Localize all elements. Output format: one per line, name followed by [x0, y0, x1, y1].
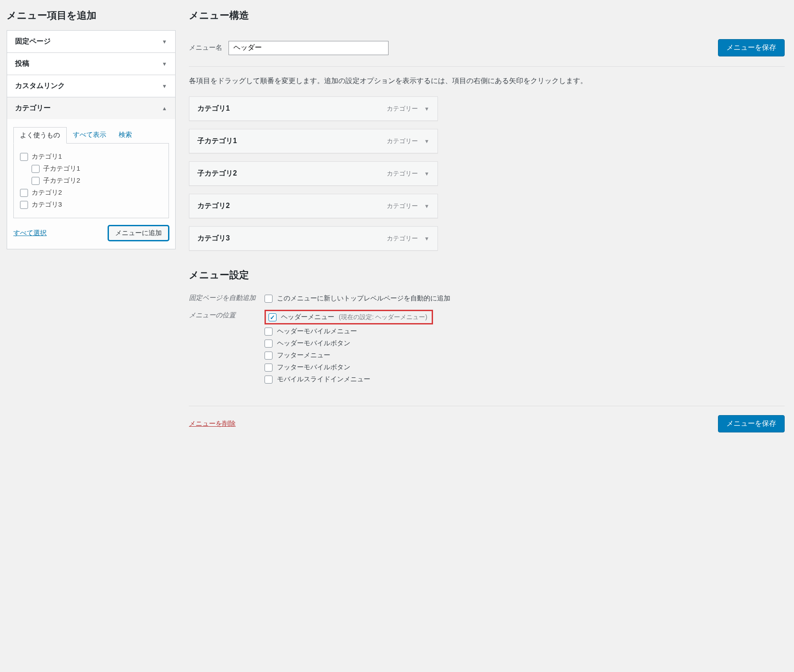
- menu-item[interactable]: カテゴリ3カテゴリー▼: [189, 226, 438, 251]
- menu-location-note: (現在の設定: ヘッダーメニュー): [339, 313, 427, 321]
- category-checklist-label: カテゴリ1: [32, 152, 62, 161]
- add-to-menu-button[interactable]: メニューに追加: [108, 225, 169, 241]
- menu-item-title: カテゴリ1: [197, 104, 230, 113]
- menu-location-label-text: ヘッダーモバイルボタン: [277, 339, 350, 348]
- metabox-custom-links-label: カスタムリンク: [15, 81, 65, 91]
- menu-item-type-wrap: カテゴリー▼: [387, 170, 429, 178]
- metabox-custom-links-header[interactable]: カスタムリンク ▼: [7, 75, 175, 97]
- menu-item-title: カテゴリ2: [197, 201, 230, 211]
- metabox-holder: 固定ページ ▼ 投稿 ▼ カスタムリンク ▼ カテゴリー ▲: [7, 30, 176, 249]
- category-checkbox[interactable]: [32, 165, 40, 173]
- menu-item[interactable]: 子カテゴリ1カテゴリー▼: [189, 129, 438, 153]
- category-tabpanel: カテゴリ1子カテゴリ1子カテゴリ2カテゴリ2カテゴリ3: [13, 143, 169, 218]
- menu-item-type: カテゴリー: [387, 137, 418, 145]
- category-checklist-item: 子カテゴリ1: [20, 163, 162, 175]
- drag-help-text: 各項目をドラッグして順番を変更します。追加の設定オプションを表示するには、項目の…: [189, 67, 785, 96]
- add-menu-items-title: メニュー項目を追加: [7, 9, 176, 22]
- metabox-posts: 投稿 ▼: [7, 53, 175, 75]
- menu-location-checkbox[interactable]: [265, 340, 273, 348]
- metabox-posts-header[interactable]: 投稿 ▼: [7, 53, 175, 75]
- menu-location-label-text: フッターメニュー: [277, 351, 330, 360]
- menu-location-checkbox[interactable]: [265, 376, 273, 384]
- menu-item-type: カテゴリー: [387, 202, 418, 210]
- menu-item[interactable]: カテゴリ2カテゴリー▼: [189, 194, 438, 218]
- menu-location-option: ヘッダーメニュー (現在の設定: ヘッダーメニュー): [265, 310, 785, 325]
- menu-item-type: カテゴリー: [387, 170, 418, 178]
- chevron-down-icon: ▼: [162, 83, 167, 89]
- menu-item-title: 子カテゴリ2: [197, 169, 237, 178]
- menu-location-option: フッターモバイルボタン: [265, 361, 785, 373]
- metabox-custom-links: カスタムリンク ▼: [7, 75, 175, 97]
- save-menu-button-top[interactable]: メニューを保存: [718, 39, 785, 56]
- metabox-categories: カテゴリー ▲ よく使うもの すべて表示 検索 カテゴリ1子カテゴリ1子カテゴリ…: [7, 97, 175, 249]
- metabox-pages: 固定ページ ▼: [7, 31, 175, 53]
- auto-add-row: 固定ページを自動追加 このメニューに新しいトップレベルページを自動的に追加: [189, 290, 785, 307]
- category-checkbox[interactable]: [20, 201, 28, 209]
- chevron-down-icon[interactable]: ▼: [424, 106, 429, 112]
- category-checklist-item: カテゴリ2: [20, 187, 162, 199]
- menu-location-option: ヘッダーモバイルボタン: [265, 337, 785, 349]
- metabox-pages-header[interactable]: 固定ページ ▼: [7, 31, 175, 52]
- menu-location-label-text: ヘッダーモバイルメニュー: [277, 327, 357, 336]
- save-menu-button-bottom[interactable]: メニューを保存: [718, 415, 785, 432]
- menu-location-checkbox[interactable]: [265, 328, 273, 336]
- category-checkbox[interactable]: [20, 153, 28, 161]
- tab-search[interactable]: 検索: [112, 127, 138, 144]
- menu-item[interactable]: カテゴリ1カテゴリー▼: [189, 96, 438, 121]
- menu-location-option: フッターメニュー: [265, 349, 785, 361]
- select-all-link[interactable]: すべて選択: [13, 229, 47, 237]
- category-checklist-item: 子カテゴリ2: [20, 175, 162, 187]
- category-checklist-label: カテゴリ3: [32, 200, 62, 209]
- menu-location-checkbox[interactable]: [265, 352, 273, 360]
- delete-menu-link[interactable]: メニューを削除: [189, 420, 236, 428]
- auto-add-label: 固定ページを自動追加: [189, 292, 256, 303]
- menu-location-label-text: フッターモバイルボタン: [277, 363, 350, 372]
- menu-item-type: カテゴリー: [387, 105, 418, 113]
- menu-item-type-wrap: カテゴリー▼: [387, 105, 429, 113]
- bottom-bar: メニューを削除 メニューを保存: [189, 406, 785, 432]
- category-tabs: よく使うもの すべて表示 検索: [13, 127, 169, 144]
- menu-item-type-wrap: カテゴリー▼: [387, 202, 429, 210]
- menu-location-label: メニューの位置: [189, 310, 256, 320]
- category-checklist-label: カテゴリ2: [32, 188, 62, 197]
- category-checkbox[interactable]: [32, 177, 40, 185]
- menu-location-checkbox[interactable]: [265, 364, 273, 372]
- metabox-categories-body: よく使うもの すべて表示 検索 カテゴリ1子カテゴリ1子カテゴリ2カテゴリ2カテ…: [7, 119, 175, 249]
- chevron-up-icon: ▲: [162, 105, 167, 112]
- metabox-categories-label: カテゴリー: [15, 104, 51, 113]
- metabox-pages-label: 固定ページ: [15, 37, 51, 46]
- menu-name-row: メニュー名 メニューを保存: [189, 30, 785, 67]
- tab-view-all[interactable]: すべて表示: [67, 127, 112, 144]
- menu-location-label-text: ヘッダーメニュー: [281, 313, 334, 321]
- chevron-down-icon[interactable]: ▼: [424, 203, 429, 209]
- menu-name-input[interactable]: [229, 41, 389, 55]
- menu-item-title: 子カテゴリ1: [197, 136, 237, 146]
- menu-name-label: メニュー名: [189, 44, 222, 52]
- chevron-down-icon[interactable]: ▼: [424, 171, 429, 177]
- category-checklist-item: カテゴリ3: [20, 199, 162, 211]
- category-checklist-item: カテゴリ1: [20, 151, 162, 163]
- menu-location-row: メニューの位置 ヘッダーメニュー (現在の設定: ヘッダーメニュー)ヘッダーモバ…: [189, 307, 785, 388]
- category-checkbox[interactable]: [20, 189, 28, 197]
- menu-item-type-wrap: カテゴリー▼: [387, 137, 429, 145]
- menu-item-type-wrap: カテゴリー▼: [387, 235, 429, 243]
- menu-item-title: カテゴリ3: [197, 234, 230, 243]
- menu-location-option: ヘッダーモバイルメニュー: [265, 325, 785, 337]
- metabox-categories-header[interactable]: カテゴリー ▲: [7, 97, 175, 119]
- auto-add-text: このメニューに新しいトップレベルページを自動的に追加: [277, 294, 450, 303]
- auto-add-checkbox[interactable]: [265, 295, 273, 303]
- menu-item-type: カテゴリー: [387, 235, 418, 243]
- chevron-down-icon: ▼: [162, 61, 167, 67]
- menu-structure-title: メニュー構造: [189, 9, 785, 22]
- tab-most-used[interactable]: よく使うもの: [13, 127, 67, 144]
- menu-item[interactable]: 子カテゴリ2カテゴリー▼: [189, 161, 438, 186]
- menu-location-option: モバイルスライドインメニュー: [265, 373, 785, 385]
- chevron-down-icon[interactable]: ▼: [424, 138, 429, 144]
- metabox-posts-label: 投稿: [15, 59, 29, 68]
- category-checklist-label: 子カテゴリ2: [43, 176, 80, 185]
- chevron-down-icon[interactable]: ▼: [424, 236, 429, 242]
- category-checklist-label: 子カテゴリ1: [43, 164, 80, 173]
- menu-location-label-text: モバイルスライドインメニュー: [277, 375, 370, 384]
- menu-location-checkbox[interactable]: [269, 313, 277, 321]
- menu-settings-heading: メニュー設定: [189, 268, 785, 282]
